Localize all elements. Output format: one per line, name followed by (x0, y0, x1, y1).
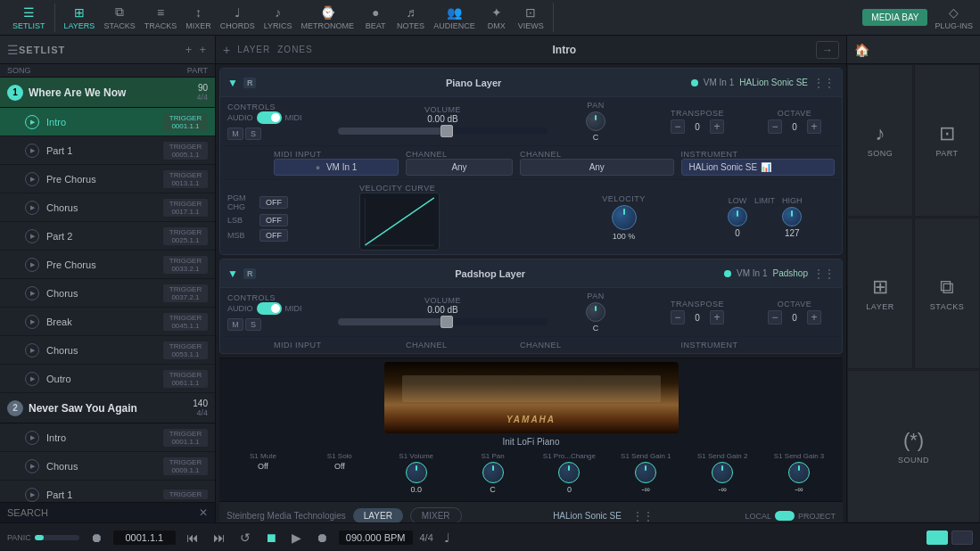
screen-btn-1[interactable] (926, 530, 948, 545)
setlist-add-part[interactable]: + (197, 41, 208, 58)
toolbar-beat[interactable]: ● BEAT (359, 4, 391, 32)
piano-octave-dec[interactable]: − (768, 119, 782, 134)
position-display[interactable]: 0001.1.1 (113, 530, 176, 545)
piano-volume-thumb[interactable] (441, 125, 453, 137)
piano-channel-right-select[interactable]: Any (520, 159, 674, 176)
right-item-sound[interactable]: (*) SOUND (847, 370, 980, 522)
setlist-add-song[interactable]: + (184, 41, 194, 58)
toolbar-audience[interactable]: 👥 AUDIENCE (430, 4, 479, 32)
piano-filter-icon[interactable]: ▼ (227, 77, 238, 89)
search-clear-btn[interactable]: ✕ (199, 506, 208, 519)
piano-audio-toggle[interactable] (257, 111, 282, 124)
piano-lsb-toggle[interactable]: OFF (259, 214, 288, 226)
padshop-transpose-label: TRANSPOSE (671, 300, 724, 308)
transport-play-btn[interactable]: ▶ (288, 529, 305, 547)
piano-pgm-chg-toggle[interactable]: OFF (259, 196, 288, 209)
transport-stop-btn[interactable]: ⏹ (261, 529, 281, 547)
transport-metronome-btn[interactable]: ♩ (441, 529, 454, 547)
song-item-1[interactable]: 1 Where Are We Now 90 4/4 (0, 78, 215, 108)
zone-add-button[interactable]: + (223, 43, 230, 57)
padshop-menu-btn[interactable]: ⋮⋮ (813, 267, 835, 280)
padshop-audio-toggle[interactable] (257, 302, 282, 315)
local-toggle-switch[interactable] (775, 511, 795, 521)
right-item-stacks[interactable]: ⧉ STACKS (914, 218, 980, 370)
piano-solo-btn[interactable]: S (245, 127, 261, 140)
param-s1-prog-knob[interactable] (558, 462, 580, 483)
part-item-chorus1[interactable]: ▶ Chorus TRIGGER0017.1.1 (0, 193, 215, 222)
right-item-song[interactable]: ♪ SONG (847, 64, 913, 217)
padshop-mute-btn[interactable]: M (227, 318, 243, 331)
toolbar-views[interactable]: ⊡ VIEWS (515, 4, 548, 32)
piano-volume-slider[interactable] (338, 127, 548, 135)
toolbar-layers[interactable]: ⊞ LAYERS (61, 4, 99, 32)
piano-high-knob[interactable] (782, 207, 802, 226)
part-item-break[interactable]: ▶ Break TRIGGER0045.1.1 (0, 308, 215, 336)
transport-loop-btn[interactable]: ↺ (236, 529, 254, 547)
transport-record-btn[interactable]: ⏺ (86, 529, 106, 547)
part-item-prechorus2[interactable]: ▶ Pre Chorus TRIGGER0033.2.1 (0, 251, 215, 279)
piano-pan-knob[interactable] (586, 111, 605, 131)
mixer-tab-btn[interactable]: MIXER (410, 507, 462, 522)
piano-octave-inc[interactable]: + (807, 119, 821, 134)
piano-transpose-inc[interactable]: + (710, 119, 724, 134)
toolbar-chords[interactable]: ♩ CHORDS (217, 4, 259, 32)
toolbar-setlist[interactable]: ☰ SETLIST (9, 4, 49, 32)
padshop-pan-knob[interactable] (586, 302, 605, 322)
transport-forward-btn[interactable]: ⏭ (210, 529, 229, 547)
param-s1-send2-knob[interactable] (712, 462, 733, 483)
piano-transpose-dec[interactable]: − (671, 119, 685, 134)
right-item-layer[interactable]: ⊞ LAYER (847, 218, 913, 370)
toolbar-metronome[interactable]: ⌚ METRONOME (298, 4, 358, 32)
part-item-prechorus1[interactable]: ▶ Pre Chorus TRIGGER0013.1.1 (0, 165, 215, 193)
toolbar-lyrics[interactable]: ♪ LYRICS (260, 4, 296, 32)
part-item-chorus3[interactable]: ▶ Chorus TRIGGER0053.1.1 (0, 336, 215, 365)
param-s1-send1-knob[interactable] (635, 462, 656, 483)
toolbar-plugins[interactable]: ◇ PLUG-INS (931, 4, 976, 32)
padshop-solo-btn[interactable]: S (245, 318, 261, 331)
right-item-part[interactable]: ⊡ PART (914, 64, 980, 217)
toolbar-tracks[interactable]: ≡ TRACKS (141, 4, 181, 32)
song-item-2[interactable]: 2 Never Saw You Again 140 4/4 (0, 393, 215, 424)
piano-msb-toggle[interactable]: OFF (259, 229, 288, 242)
param-s1-pan-knob[interactable] (482, 462, 504, 483)
toolbar-stacks[interactable]: ⧉ STACKS (100, 3, 138, 32)
piano-mute-btn[interactable]: M (227, 127, 243, 140)
padshop-transpose-inc[interactable]: + (710, 310, 724, 325)
padshop-volume-slider[interactable] (338, 318, 548, 325)
toolbar-notes[interactable]: ♬ NOTES (393, 4, 428, 32)
piano-velocity-knob[interactable] (612, 205, 637, 230)
piano-menu-btn[interactable]: ⋮⋮ (813, 77, 835, 89)
toolbar-mixer[interactable]: ↕ MIXER (182, 4, 215, 32)
toolbar-dmx[interactable]: ✦ DMX (481, 4, 513, 32)
param-s1-send3-knob[interactable] (788, 462, 810, 483)
piano-midi-input-select[interactable]: ● VM In 1 (274, 159, 399, 176)
piano-low-knob[interactable] (728, 207, 747, 226)
piano-instrument-select[interactable]: HALion Sonic SE 📊 (681, 159, 836, 176)
padshop-octave-dec[interactable]: − (768, 310, 782, 325)
transport-rewind-btn[interactable]: ⏮ (183, 529, 202, 547)
piano-channel-left-select[interactable]: Any (406, 159, 513, 176)
part-item-chorus2[interactable]: ▶ Chorus TRIGGER0037.2.1 (0, 279, 215, 308)
part-item-song2-chorus[interactable]: ▶ Chorus TRIGGER0009.1.1 (0, 452, 215, 481)
trigger-badge-part1: TRIGGER0005.1.1 (163, 142, 208, 160)
bpm-display[interactable]: 090.000 BPM (339, 530, 413, 545)
part-item-outro[interactable]: ▶ Outro TRIGGER0061.1.1 (0, 365, 215, 393)
padshop-octave-inc[interactable]: + (807, 310, 821, 325)
layer-tab-btn[interactable]: LAYER (353, 508, 403, 522)
padshop-volume-thumb[interactable] (441, 316, 453, 328)
part-item-part2[interactable]: ▶ Part 2 TRIGGER0025.1.1 (0, 222, 215, 251)
padshop-transpose-dec[interactable]: − (671, 310, 685, 325)
padshop-filter-icon[interactable]: ▼ (227, 267, 238, 280)
home-icon[interactable]: 🏠 (854, 43, 869, 57)
halion-menu-icon[interactable]: ⋮⋮ (632, 510, 654, 522)
part-item-song2-intro[interactable]: ▶ Intro TRIGGER0001.1.1 (0, 424, 215, 452)
screen-btn-2[interactable] (951, 530, 973, 545)
transport-record2-btn[interactable]: ⏺ (312, 529, 332, 547)
part-item-song2-part1[interactable]: ▶ Part 1 TRIGGER (0, 481, 215, 502)
param-s1-volume-knob[interactable] (406, 462, 427, 483)
toolbar-media-bay[interactable]: MEDIA BAY (862, 9, 927, 26)
zone-nav-next[interactable]: → (816, 41, 839, 59)
part-item-intro[interactable]: ▶ Intro TRIGGER0001.1.1 (0, 108, 215, 136)
part-item-part1[interactable]: ▶ Part 1 TRIGGER0005.1.1 (0, 136, 215, 165)
search-input[interactable] (7, 507, 199, 518)
